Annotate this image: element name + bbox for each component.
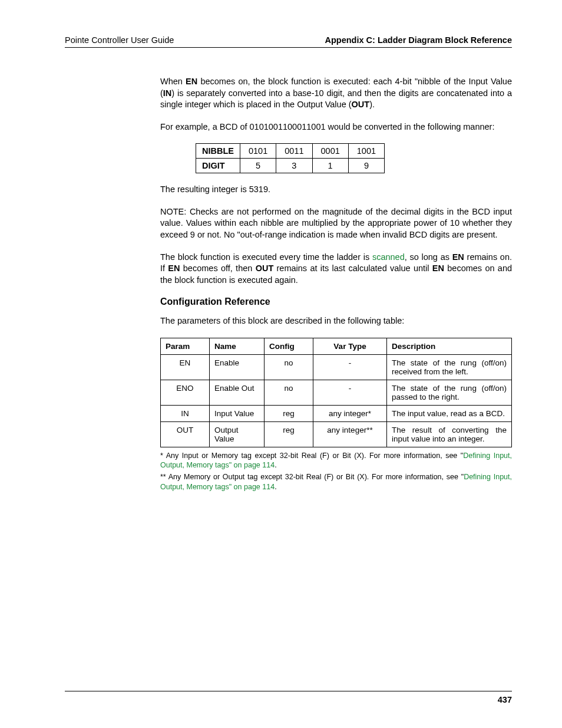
bold-en: EN [432, 263, 444, 273]
text: * Any Input or Memory tag except 32-bit … [160, 452, 463, 460]
text: becomes off, then [180, 263, 256, 273]
paragraph-3: The resulting integer is 5319. [160, 184, 512, 196]
section-heading: Configuration Reference [160, 297, 512, 307]
cell: 0011 [276, 144, 312, 159]
text: . [275, 461, 276, 469]
cell: 0001 [312, 144, 348, 159]
page-number: 437 [498, 695, 512, 704]
cell: EN [161, 354, 210, 380]
bold-out: OUT [352, 100, 370, 109]
params-table: Param Name Config Var Type Description E… [160, 338, 512, 447]
paragraph-5: The block function is executed every tim… [160, 252, 512, 286]
cell: 1 [312, 159, 348, 173]
paragraph-1: When EN becomes on, the block function i… [160, 76, 512, 111]
cell: The input value, read as a BCD. [387, 405, 512, 421]
link-scanned[interactable]: scanned [372, 252, 405, 262]
text: ). [369, 100, 375, 109]
paragraph-note: NOTE: Checks are not performed on the ma… [160, 206, 512, 241]
document-page: Pointe Controller User Guide Appendix C:… [0, 0, 562, 728]
table-row: EN Enable no - The state of the rung (of… [161, 354, 512, 380]
text: . [275, 483, 276, 491]
bold-en: EN [452, 252, 464, 262]
table-row: OUT Output Value reg any integer** The r… [161, 421, 512, 447]
bold-en: EN [168, 263, 180, 273]
text: ) is separately converted into a base-10… [160, 88, 512, 110]
cell: 0101 [240, 144, 276, 159]
table-row: ENO Enable Out no - The state of the run… [161, 380, 512, 405]
row-label: DIGIT [196, 159, 240, 173]
cell: - [313, 354, 387, 380]
row-label: NIBBLE [196, 144, 240, 159]
table-row: IN Input Value reg any integer* The inpu… [161, 405, 512, 421]
col-header: Config [265, 338, 313, 354]
col-header: Name [210, 338, 265, 354]
text: The block function is executed every tim… [160, 252, 372, 262]
text: When [160, 77, 186, 86]
col-header: Var Type [313, 338, 387, 354]
cell: Enable [210, 354, 265, 380]
text: , so long as [405, 252, 452, 262]
page-content: When EN becomes on, the block function i… [160, 76, 512, 691]
cell: Enable Out [210, 380, 265, 405]
header-left: Pointe Controller User Guide [65, 35, 174, 45]
bold-en: EN [186, 77, 197, 86]
table-row: NIBBLE 0101 0011 0001 1001 [196, 144, 385, 159]
cell: 5 [240, 159, 276, 173]
cell: The state of the rung (off/on) passed to… [387, 380, 512, 405]
cell: The result of converting the input value… [387, 421, 512, 447]
footnote-2: ** Any Memory or Output tag except 32-bi… [160, 472, 512, 492]
cell: ENO [161, 380, 210, 405]
footnote-1: * Any Input or Memory tag except 32-bit … [160, 451, 512, 470]
cell: no [265, 354, 313, 380]
bold-in: IN [163, 88, 172, 98]
cell: reg [265, 405, 313, 421]
header-right: Appendix C: Ladder Diagram Block Referen… [325, 35, 512, 45]
cell: The state of the rung (off/on) received … [387, 354, 512, 380]
cell: Input Value [210, 405, 265, 421]
cell: 1001 [348, 144, 384, 159]
cell: no [265, 380, 313, 405]
nibble-table: NIBBLE 0101 0011 0001 1001 DIGIT 5 3 1 9 [196, 143, 385, 173]
cell: - [313, 380, 387, 405]
page-footer: 437 [65, 691, 512, 704]
cell: OUT [161, 421, 210, 447]
paragraph-2: For example, a BCD of 0101001100011001 w… [160, 121, 512, 133]
paragraph-6: The parameters of this block are describ… [160, 315, 512, 327]
page-header: Pointe Controller User Guide Appendix C:… [65, 35, 512, 48]
text: ** Any Memory or Output tag except 32-bi… [160, 473, 464, 481]
cell: reg [265, 421, 313, 447]
text: remains at its last calculated value unt… [273, 263, 432, 273]
cell: IN [161, 405, 210, 421]
col-header: Param [161, 338, 210, 354]
cell: Output Value [210, 421, 265, 447]
table-row: DIGIT 5 3 1 9 [196, 159, 385, 173]
cell: 3 [276, 159, 312, 173]
cell: 9 [348, 159, 384, 173]
col-header: Description [387, 338, 512, 354]
bold-out: OUT [256, 263, 274, 273]
cell: any integer** [313, 421, 387, 447]
table-header-row: Param Name Config Var Type Description [161, 338, 512, 354]
cell: any integer* [313, 405, 387, 421]
